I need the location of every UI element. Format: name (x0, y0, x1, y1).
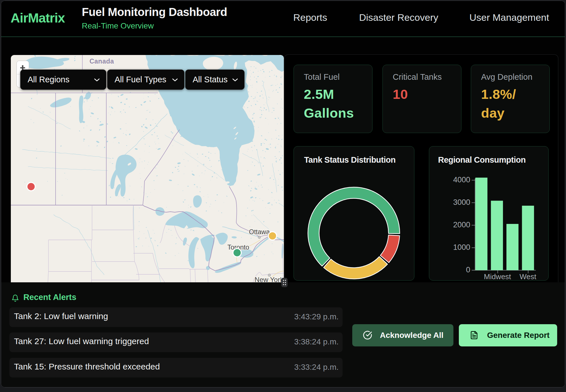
svg-text:3000: 3000 (453, 198, 470, 207)
svg-text:Midwest: Midwest (484, 272, 511, 281)
svg-text:4000: 4000 (453, 175, 470, 184)
svg-text:2000: 2000 (453, 220, 470, 229)
svg-text:0: 0 (466, 266, 470, 274)
svg-text:New York: New York (255, 276, 284, 282)
svg-text:Canada: Canada (89, 58, 114, 65)
svg-text:Ottawa: Ottawa (249, 228, 270, 236)
svg-text:1000: 1000 (453, 243, 470, 252)
svg-text:West: West (520, 272, 537, 281)
